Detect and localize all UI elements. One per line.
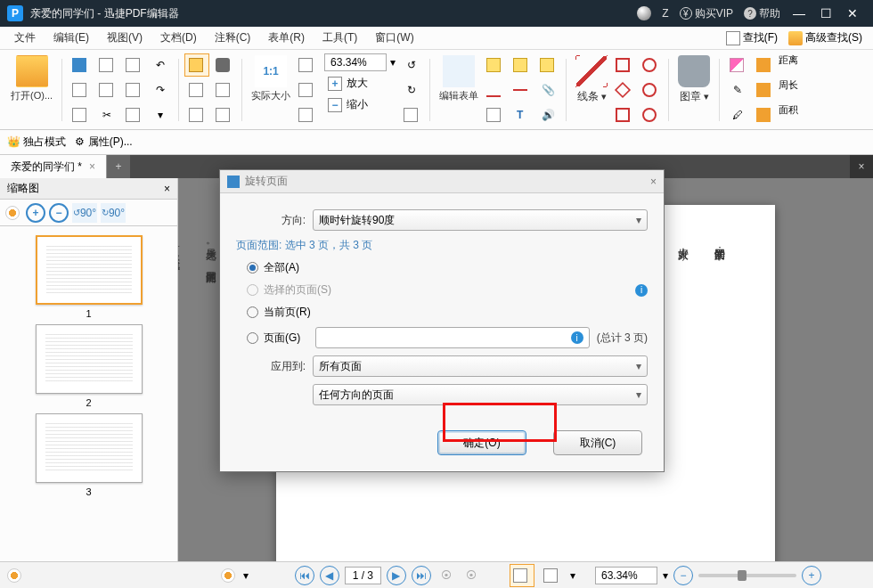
highlight-tool[interactable] [509,53,534,77]
zoom-slider-knob[interactable] [738,570,747,581]
new-blank-button[interactable] [68,78,93,102]
sound-tool[interactable]: 🔊 [535,103,560,127]
nav-back-button[interactable]: ⦿ [436,566,456,585]
exclusive-mode-button[interactable]: 👑 独占模式 [7,135,66,150]
open-button[interactable]: 打开(O)... [7,53,56,104]
fit-width-button[interactable] [294,78,319,102]
tab-close-icon[interactable]: × [89,160,95,173]
pages-input[interactable]: i [315,327,590,348]
textbox-tool[interactable] [482,53,507,77]
zoom-in-button[interactable]: 放大 [324,74,371,93]
marker-tool[interactable]: 🖊 [725,103,750,127]
edit-text-button[interactable] [184,103,209,127]
menu-edit[interactable]: 编辑(E) [45,28,98,48]
distance-tool[interactable] [752,53,777,77]
rotate-ccw-button[interactable]: ↺ [399,53,424,77]
page-number-field[interactable]: 1 / 3 [345,567,381,584]
help-button[interactable]: ?帮助 [744,6,780,21]
thumbnails-close-icon[interactable]: × [164,183,170,195]
menu-comment[interactable]: 注释(C) [206,28,260,48]
area-tool[interactable] [752,103,777,127]
hand-tool-button[interactable] [184,53,209,77]
menu-window[interactable]: 窗口(W) [366,28,422,48]
zoom-combo[interactable]: 63.34% [324,53,387,71]
thumbnail-1[interactable]: 1 [36,235,143,319]
rotate-cw-button[interactable]: ↻ [399,78,424,102]
globe-icon[interactable] [637,6,651,20]
status-settings-icon[interactable] [7,568,21,583]
thumb-settings-icon[interactable] [5,206,20,220]
apply-to-select[interactable]: 所有页面▾ [313,355,648,377]
ok-button[interactable]: 确定(O) [437,430,526,455]
dialog-close-icon[interactable]: × [650,176,657,188]
stamp-button[interactable]: 图章 ▾ [674,53,714,106]
edit-image-button[interactable] [211,103,236,127]
info-icon[interactable]: i [571,331,583,344]
select-annot-button[interactable] [211,78,236,102]
copy-button[interactable] [121,78,146,102]
menu-form[interactable]: 表单(R) [259,28,314,48]
actual-size-button[interactable]: 1:1 实际大小 [248,53,294,104]
menu-view[interactable]: 视图(V) [98,28,151,48]
zoom-dropdown-icon[interactable]: ▾ [390,56,396,69]
save-button[interactable] [68,53,93,77]
rect-fill-tool[interactable] [611,103,636,127]
cloud-tool[interactable] [638,78,663,102]
next-page-button[interactable]: ▶ [387,566,406,585]
radio-all[interactable]: 全部(A) [247,260,648,275]
print-button[interactable] [94,53,119,77]
direction-select[interactable]: 顺时针旋转90度 ▾ [313,209,648,231]
attach-tool[interactable]: 📎 [535,78,560,102]
add-tab-button[interactable]: + [107,155,130,178]
thumbnails-list[interactable]: 1 2 3 [0,226,177,561]
status-zoom-field[interactable]: 63.34% [595,567,657,584]
cancel-button[interactable]: 取消(C) [553,430,642,455]
underline-tool[interactable] [482,78,507,102]
single-page-button[interactable] [510,564,534,587]
info-icon[interactable]: i [635,284,648,297]
strikeout-tool[interactable] [509,78,534,102]
lines-button[interactable]: 线条 ▾ [572,53,611,106]
layout-dropdown-icon[interactable]: ▾ [570,569,575,582]
fit-height-button[interactable] [294,103,319,127]
user-initial[interactable]: Z [662,7,668,20]
status-zoom-out[interactable]: − [673,566,693,585]
properties-button[interactable]: ⚙ 属性(P)... [75,135,132,150]
rect-tool[interactable] [611,53,636,77]
menu-tools[interactable]: 工具(T) [314,28,366,48]
thumbnail-3[interactable]: 3 [36,413,143,497]
thumb-rotate-cw[interactable]: ↻90° [101,203,126,223]
radio-current[interactable]: 当前页(R) [247,305,648,320]
undo-button[interactable]: ↶ [148,53,173,77]
maximize-button[interactable]: ☐ [812,6,839,20]
radio-pages[interactable]: 页面(G) i (总计 3 页) [247,327,648,348]
view-settings-icon[interactable] [221,568,235,583]
perimeter-tool[interactable] [752,78,777,102]
more-edit-button[interactable]: ▾ [148,103,173,127]
select-text-button[interactable] [184,78,209,102]
thumb-zoom-in[interactable]: + [26,203,45,223]
dialog-titlebar[interactable]: 旋转页面 × [220,170,664,193]
menu-document[interactable]: 文档(D) [151,28,206,48]
pencil-tool[interactable]: ✎ [725,78,750,102]
menu-file[interactable]: 文件 [5,28,45,48]
status-zoom-dropdown[interactable]: ▾ [663,569,668,582]
thumb-zoom-out[interactable]: − [49,203,69,223]
orientation-select[interactable]: 任何方向的页面▾ [313,384,648,405]
nav-fwd-button[interactable]: ⦿ [461,566,481,585]
doc-tab-active[interactable]: 亲爱的同学们 * × [0,155,107,178]
continuous-button[interactable] [540,564,565,587]
close-button[interactable]: ✕ [839,6,866,20]
view-dropdown-icon[interactable]: ▾ [243,569,249,582]
first-page-button[interactable]: ⏮ [295,566,314,585]
paste-button[interactable] [121,103,146,127]
layout-button[interactable] [399,103,424,127]
email-button[interactable] [121,53,146,77]
buy-vip-button[interactable]: ¥购买VIP [680,6,733,21]
scan-button[interactable] [94,78,119,102]
advanced-find-button[interactable]: 高级查找(S) [783,28,868,48]
typewriter-tool[interactable]: T [509,103,534,127]
edit-form-button[interactable]: 编辑表单 [436,53,482,104]
zoom-out-button[interactable]: 缩小 [324,95,371,114]
cut-button[interactable]: ✂ [94,103,119,127]
